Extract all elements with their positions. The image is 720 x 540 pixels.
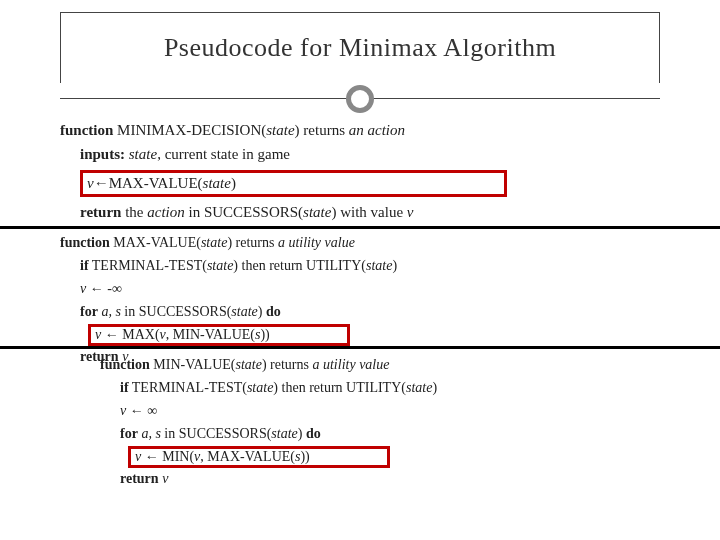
text: , current state in game: [157, 146, 290, 162]
code-line: return the action in SUCCESSORS(state) w…: [80, 202, 680, 222]
kw-return: return: [80, 204, 121, 220]
slide-title: Pseudocode for Minimax Algorithm: [164, 33, 556, 63]
func-min-value: function MIN-VALUE(state) returns a util…: [100, 356, 680, 493]
ident: state: [207, 258, 233, 273]
kw-function: function: [60, 122, 113, 138]
arrow-left-icon: ←: [94, 175, 109, 191]
ident: a utility value: [278, 235, 355, 250]
ident: state: [303, 204, 331, 220]
code-line: v ← MAX(v, MIN-VALUE(s)): [88, 326, 680, 345]
ident: state: [266, 122, 294, 138]
text: MAX-VALUE(: [109, 175, 203, 191]
text: ← ∞: [130, 403, 157, 418]
ident: state: [247, 380, 273, 395]
kw-if: if: [80, 258, 89, 273]
text: MINIMAX-DECISION(: [117, 122, 266, 138]
kw-function: function: [60, 235, 110, 250]
slide: Pseudocode for Minimax Algorithm functio…: [0, 0, 720, 540]
ident: a, s: [141, 426, 160, 441]
ring-icon: [346, 85, 374, 113]
kw-do: do: [266, 304, 281, 319]
ident: v: [162, 471, 168, 486]
text: ← -∞: [90, 281, 122, 296]
text: , MIN-VALUE(: [166, 327, 255, 342]
text: ← MAX(: [101, 327, 159, 342]
kw-for: for: [80, 304, 98, 319]
code-line: function MINIMAX-DECISION(state) returns…: [60, 120, 680, 140]
text: ): [231, 175, 236, 191]
code-line: for a, s in SUCCESSORS(state) do: [120, 425, 680, 444]
text: MIN-VALUE(: [153, 357, 235, 372]
text: ): [392, 258, 397, 273]
text: , MAX-VALUE(: [200, 449, 295, 464]
text: ) returns: [295, 122, 345, 138]
ident: v: [87, 175, 94, 191]
ident: state: [406, 380, 432, 395]
ident: state: [203, 175, 231, 191]
kw-inputs: inputs:: [80, 146, 125, 162]
kw-for: for: [120, 426, 138, 441]
kw-function: function: [100, 357, 150, 372]
code-line: function MAX-VALUE(state) returns a util…: [60, 234, 680, 253]
text: ) then return: [233, 258, 302, 273]
code-line: for a, s in SUCCESSORS(state) do: [80, 303, 680, 322]
text: ) with value: [331, 204, 406, 220]
separator-line: [0, 226, 720, 229]
ident: a, s: [101, 304, 120, 319]
ident: state: [231, 304, 257, 319]
ident: state: [366, 258, 392, 273]
func-max-value: function MAX-VALUE(state) returns a util…: [60, 234, 680, 371]
code-line: v←MAX-VALUE(state): [80, 169, 680, 198]
text: in SUCCESSORS(: [121, 304, 231, 319]
ident: state: [235, 357, 261, 372]
title-frame: Pseudocode for Minimax Algorithm: [60, 12, 660, 83]
code-line: if TERMINAL-TEST(state) then return UTIL…: [80, 257, 680, 276]
ident: a utility value: [312, 357, 389, 372]
text: ): [432, 380, 437, 395]
code-line: inputs: state, current state in game: [80, 144, 680, 164]
code-line: return v: [120, 470, 680, 489]
text: in SUCCESSORS(: [185, 204, 303, 220]
text: ) returns: [262, 357, 309, 372]
text: )): [260, 327, 269, 342]
func-minimax-decision: function MINIMAX-DECISION(state) returns…: [60, 120, 680, 226]
ident: an action: [349, 122, 405, 138]
text: the: [121, 204, 147, 220]
text: UTILITY(: [306, 258, 366, 273]
highlight-box: v ← MIN(v, MAX-VALUE(s)): [128, 446, 390, 468]
ident: state: [129, 146, 157, 162]
kw-do: do: [306, 426, 321, 441]
ident: state: [271, 426, 297, 441]
separator-line: [0, 346, 720, 349]
code-line: function MIN-VALUE(state) returns a util…: [100, 356, 680, 375]
text: in SUCCESSORS(: [161, 426, 271, 441]
text: ): [258, 304, 266, 319]
text: MAX-VALUE(: [113, 235, 201, 250]
text: TERMINAL-TEST(: [92, 258, 207, 273]
highlight-box: v←MAX-VALUE(state): [80, 170, 507, 197]
kw-return: return: [120, 471, 159, 486]
ident: v: [407, 204, 414, 220]
text: ): [298, 426, 306, 441]
ident: action: [147, 204, 185, 220]
code-line: v ← MIN(v, MAX-VALUE(s)): [128, 448, 680, 467]
text: UTILITY(: [346, 380, 406, 395]
code-line: v ← -∞: [80, 280, 680, 299]
code-line: if TERMINAL-TEST(state) then return UTIL…: [120, 379, 680, 398]
text: TERMINAL-TEST(: [132, 380, 247, 395]
text: ) then return: [273, 380, 342, 395]
text: ← MIN(: [141, 449, 194, 464]
ident: v: [80, 281, 86, 296]
text: )): [300, 449, 309, 464]
ident: state: [201, 235, 227, 250]
kw-if: if: [120, 380, 129, 395]
code-line: v ← ∞: [120, 402, 680, 421]
highlight-box: v ← MAX(v, MIN-VALUE(s)): [88, 324, 350, 346]
text: ) returns: [227, 235, 274, 250]
ident: v: [120, 403, 126, 418]
